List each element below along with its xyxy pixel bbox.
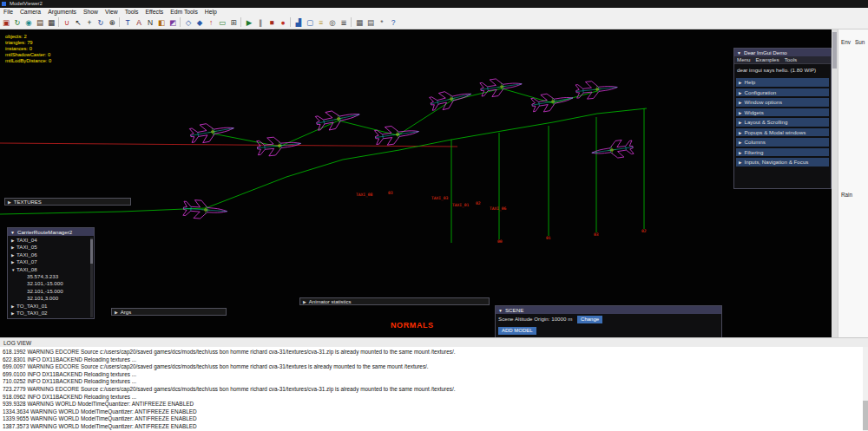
route-waypoint-label: TAXI_08 [356,193,373,198]
scale-tool-icon[interactable]: ⊕ [107,17,117,28]
route-item-taxi-08[interactable]: ▼TAXI_08 [8,266,94,273]
add-model-button[interactable]: ADD MODEL [498,327,536,335]
play-animation-icon[interactable]: ▶ [244,17,254,28]
route-item-taxi-06[interactable]: ▶TAXI_06 [8,251,94,258]
animator-statistics-panel-collapsed[interactable]: ▶Animator statistics [299,297,490,305]
magnet-snap-icon[interactable]: ∪ [62,17,72,28]
menu-show[interactable]: Show [80,8,102,16]
route-item-label: 35.574,3.233 [27,273,58,279]
collapse-arrow-icon[interactable]: ▼ [10,230,15,235]
imgui-header-label: Help [744,79,755,85]
bounding-box-icon[interactable]: ▭ [217,17,227,28]
chevron-right-icon[interactable]: ▶ [8,199,11,205]
change-altitude-button[interactable]: Change [577,316,602,323]
node-names-icon[interactable]: N [145,17,155,28]
viewport-3d[interactable]: TAXI_0803TAXI_03TAXI_0102TAXI_0600010302… [0,29,832,338]
paint-icon[interactable]: ◧ [156,17,167,28]
show-normals-icon[interactable]: ↑ [206,17,216,28]
screenshot-icon[interactable]: ▦ [46,17,56,28]
database-icon[interactable]: ≡ [316,17,326,28]
imgui-demo-titlebar[interactable]: ▼Dear ImGui Demo [734,49,831,56]
camera-view-icon[interactable]: ◎ [327,17,338,28]
route-item-to-taxi-02[interactable]: ▶TO_TAXI_02 [8,310,94,317]
imgui-menu-tools[interactable]: Tools [785,56,797,62]
log-scrollbar-thumb[interactable] [863,401,868,430]
text-labels-icon[interactable]: T [122,17,133,28]
rotate-tool-icon[interactable]: ↻ [95,17,106,28]
help-icon[interactable]: ? [388,17,398,28]
film-strip-icon[interactable]: ▤ [365,17,376,28]
table-view-icon[interactable]: ▦ [354,17,365,28]
aircraft-wireframe [256,134,301,157]
route-item-35-574-3-233[interactable]: 35.574,3.233 [8,273,94,280]
log-output[interactable]: 618.1992 WARNING EDCORE Source c:/users/… [0,347,868,431]
menu-arguments[interactable]: Arguments [44,8,80,16]
imgui-header-popups-modal-windows[interactable]: ▶Popups & Modal windows [736,128,829,137]
show-grid-icon[interactable]: ⊞ [228,17,239,28]
palette-icon[interactable]: ◩ [168,17,178,28]
collapse-arrow-icon[interactable]: ▼ [498,308,503,313]
recent-files-icon[interactable]: ◉ [23,17,34,28]
route-item-32-101-15-000[interactable]: 32.101,-15.000 [8,288,94,295]
menu-help[interactable]: Help [201,8,220,16]
shaded-view-icon[interactable]: ◆ [194,17,205,28]
route-item-taxi-07[interactable]: ▶TAXI_07 [8,258,94,265]
pause-animation-icon[interactable]: ∥ [255,17,266,28]
args-panel-collapsed[interactable]: ▶Args [111,308,227,316]
move-tool-icon[interactable]: + [84,17,95,28]
log-scrollbar[interactable] [863,347,868,431]
wireframe-view-icon[interactable]: ◇ [183,17,194,28]
app-icon [2,2,6,6]
render-debug-stats: objects: 2triangles: 79instances: 0mtlSh… [5,34,51,64]
route-scrollbar-thumb[interactable] [90,239,93,264]
imgui-menu-menu[interactable]: Menu [737,56,750,62]
route-item-to-taxi-01[interactable]: ▶TO_TAXI_01 [8,303,94,310]
dock-item-rain[interactable]: Rain [841,192,852,198]
menu-camera[interactable]: Camera [16,8,44,16]
log-line: 723.2779 WARNING EDCORE Source c:/users/… [3,386,861,394]
imgui-header-filtering[interactable]: ▶Filtering [736,148,829,157]
viewport-right-scrollbar-thumb[interactable] [832,32,837,69]
menu-file[interactable]: File [0,8,16,16]
menu-tools[interactable]: Tools [122,8,142,16]
imgui-header-help[interactable]: ▶Help [736,78,829,87]
chevron-right-icon[interactable]: ▶ [303,299,306,304]
route-item-32-101-3-000[interactable]: 32.101,3.000 [8,295,94,302]
menu-edm-tools[interactable]: Edm Tools [167,8,201,16]
menu-effects[interactable]: Effects [142,8,168,16]
route-item-32-101-15-000[interactable]: 32.101,-15.000 [8,280,94,287]
imgui-header-inputs-navigation-focus[interactable]: ▶Inputs, Navigation & Focus [736,158,829,167]
route-item-taxi-04[interactable]: ▶TAXI_04 [8,237,94,244]
imgui-header-layout-scrolling[interactable]: ▶Layout & Scrolling [736,118,829,127]
imgui-header-configuration[interactable]: ▶Configuration [736,88,829,97]
menu-view[interactable]: View [102,8,122,16]
route-item-taxi-05[interactable]: ▶TAXI_05 [8,244,94,251]
aircraft-wireframe [315,106,362,133]
imgui-header-columns[interactable]: ▶Columns [736,138,829,147]
select-cursor-icon[interactable]: ↖ [73,17,83,28]
chevron-right-icon: ▶ [739,140,741,145]
scene-titlebar[interactable]: ▼SCENE [496,306,721,314]
carrier-route-manager-titlebar[interactable]: ▼CarrierRouteManager2 [8,228,94,236]
chevron-right-icon[interactable]: ▶ [115,310,118,315]
font-icon[interactable]: A [134,17,144,28]
save-icon[interactable]: ▤ [35,17,45,28]
collapse-arrow-icon[interactable]: ▼ [737,50,741,56]
monitor-icon[interactable]: ▢ [305,17,315,28]
route-scrollbar[interactable] [90,238,93,317]
imgui-header-widgets[interactable]: ▶Widgets [736,108,829,117]
log-view-header[interactable]: LOG VIEW [0,337,868,347]
imgui-menu-examples[interactable]: Examples [755,56,779,62]
open-model-icon[interactable]: ▣ [1,17,11,28]
stop-animation-icon[interactable]: ■ [266,17,277,28]
layers-icon[interactable]: ≣ [339,17,349,28]
textures-panel-collapsed[interactable]: ▶TEXTURES [4,198,131,206]
settings-icon[interactable]: * [377,17,387,28]
dock-item-env[interactable]: Env [841,39,851,45]
reload-model-icon[interactable]: ↻ [12,17,23,28]
record-icon[interactable]: ● [278,17,288,28]
statistics-chart-icon[interactable]: ▟ [293,17,304,28]
viewport-right-scrollbar[interactable] [832,29,838,338]
dock-item-sun[interactable]: Sun [855,39,865,45]
imgui-header-window-options[interactable]: ▶Window options [736,98,829,107]
